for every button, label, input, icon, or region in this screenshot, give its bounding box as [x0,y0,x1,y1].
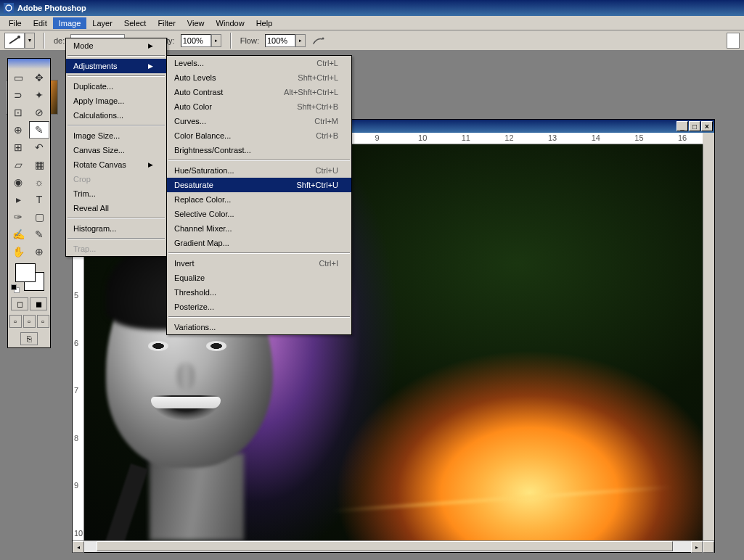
standard-mode-button[interactable]: ◻ [11,297,28,310]
lasso-tool[interactable]: ⊃ [8,86,28,104]
history-brush-tool[interactable]: ↶ [29,139,49,156]
menu-item-label: Hue/Saturation... [174,166,234,175]
minimize-button[interactable]: _ [676,121,688,131]
menu-reveal-all[interactable]: Reveal All [66,201,166,215]
submenu-arrow-icon: ▶ [148,161,153,168]
menu-mode[interactable]: Mode▶ [66,38,166,53]
scroll-thumb[interactable] [97,541,673,551]
menu-help[interactable]: Help [250,17,279,29]
menu-image-size[interactable]: Image Size... [66,128,166,143]
dodge-tool[interactable]: ☼ [29,173,49,191]
menu-hue-saturation[interactable]: Hue/Saturation...Ctrl+U [167,163,351,178]
slice-tool[interactable]: ⊘ [29,104,49,121]
quickmask-mode-button[interactable]: ◼ [30,297,47,310]
menu-brightness-contrast[interactable]: Brightness/Contrast... [167,143,351,157]
pen-tool[interactable]: ✑ [8,208,28,226]
menu-invert[interactable]: InvertCtrl+I [167,256,351,271]
menu-desaturate[interactable]: DesaturateShft+Ctrl+U [167,178,351,192]
wand-tool[interactable]: ✦ [29,86,49,104]
menu-threshold[interactable]: Threshold... [167,285,351,300]
palette-well-icon[interactable] [727,33,740,49]
marquee-tool[interactable]: ▭ [8,69,28,86]
menu-curves[interactable]: Curves...Ctrl+M [167,114,351,128]
screen-full-button[interactable]: ▫ [37,315,49,328]
jump-to-button[interactable]: ⎘ [20,332,38,345]
menu-item-label: Variations... [174,323,216,332]
menu-equalize[interactable]: Equalize [167,271,351,285]
menu-histogram[interactable]: Histogram... [66,221,166,236]
menu-duplicate[interactable]: Duplicate... [66,79,166,94]
menu-view[interactable]: View [181,17,210,29]
menu-trim[interactable]: Trim... [66,186,166,201]
eraser-tool[interactable]: ▱ [8,156,28,173]
path-select-tool[interactable]: ▸ [8,191,28,208]
menu-rotate-canvas[interactable]: Rotate Canvas▶ [66,157,166,172]
menu-separator [168,316,350,318]
toolbox-header[interactable] [8,59,50,69]
foreground-color[interactable] [15,263,36,282]
menu-gradient-map[interactable]: Gradient Map... [167,236,351,250]
opacity-flyout[interactable]: ▸ [211,34,221,47]
close-button[interactable]: × [701,121,713,131]
menu-filter[interactable]: Filter [152,17,181,29]
menu-item-shortcut: Ctrl+I [319,259,338,268]
menu-image[interactable]: Image [53,17,87,29]
scrollbar-horizontal[interactable]: ◂ ▸ [73,540,714,552]
screen-standard-button[interactable]: ▫ [9,315,22,328]
crop-tool[interactable]: ⊡ [8,104,28,121]
scroll-left-button[interactable]: ◂ [73,541,84,553]
menu-auto-color[interactable]: Auto ColorShft+Ctrl+B [167,99,351,114]
brush-preview[interactable] [4,33,25,49]
menu-file[interactable]: File [3,17,28,29]
shape-tool[interactable]: ▢ [29,208,49,226]
hand-tool[interactable]: ✋ [8,243,28,260]
menu-edit[interactable]: Edit [28,17,53,29]
eyedropper-tool[interactable]: ✎ [29,226,49,243]
gradient-tool[interactable]: ▦ [29,156,49,173]
scroll-right-button[interactable]: ▸ [691,541,703,553]
menu-window[interactable]: Window [210,17,250,29]
scroll-track[interactable] [84,541,691,552]
flow-flyout[interactable]: ▸ [295,34,306,47]
notes-tool[interactable]: ✍ [8,226,28,243]
blur-tool[interactable]: ◉ [8,173,28,191]
menu-variations[interactable]: Variations... [167,320,351,334]
menu-item-label: Levels... [174,59,204,67]
menu-separator [68,125,165,126]
scrollbar-vertical[interactable] [703,144,714,540]
adjustments-submenu: Levels...Ctrl+LAuto LevelsShft+Ctrl+LAut… [166,55,352,335]
menu-auto-contrast[interactable]: Auto ContrastAlt+Shft+Ctrl+L [167,85,351,99]
screen-full-menu-button[interactable]: ▫ [23,315,36,328]
menu-levels[interactable]: Levels...Ctrl+L [167,56,351,70]
type-tool[interactable]: T [29,191,49,208]
menu-item-shortcut: Ctrl+U [316,166,338,175]
flow-input[interactable]: 100% [265,34,295,47]
menu-item-label: Equalize [174,273,205,282]
menu-separator [168,252,350,254]
menu-channel-mixer[interactable]: Channel Mixer... [167,221,351,236]
menu-apply-image[interactable]: Apply Image... [66,94,166,108]
menu-item-label: Threshold... [174,288,216,297]
menu-item-label: Auto Contrast [174,88,223,96]
menu-canvas-size[interactable]: Canvas Size... [66,143,166,157]
menu-adjustments[interactable]: Adjustments▶ [66,59,166,73]
menu-replace-color[interactable]: Replace Color... [167,192,351,207]
stamp-tool[interactable]: ⊞ [8,139,28,156]
maximize-button[interactable]: □ [689,121,700,131]
zoom-tool[interactable]: ⊕ [29,243,49,260]
menu-selective-color[interactable]: Selective Color... [167,207,351,221]
menu-calculations[interactable]: Calculations... [66,108,166,123]
menu-layer[interactable]: Layer [86,17,118,29]
brush-preset-dropdown[interactable]: ▾ [25,33,35,49]
opacity-input[interactable]: 100% [181,34,211,47]
menu-auto-levels[interactable]: Auto LevelsShft+Ctrl+L [167,70,351,85]
menu-select[interactable]: Select [118,17,152,29]
heal-tool[interactable]: ⊕ [8,121,28,139]
move-tool[interactable]: ✥ [29,69,49,86]
airbrush-icon[interactable] [311,35,326,46]
menu-item-label: Color Balance... [174,131,231,140]
menu-color-balance[interactable]: Color Balance...Ctrl+B [167,128,351,143]
default-colors-icon[interactable] [11,284,20,293]
brush-tool[interactable]: ✎ [29,121,49,139]
menu-posterize[interactable]: Posterize... [167,300,351,314]
